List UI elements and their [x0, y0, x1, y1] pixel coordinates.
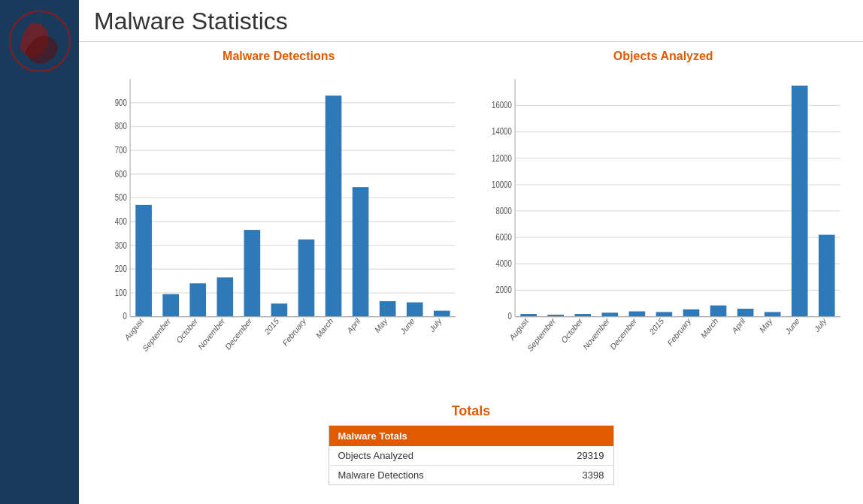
header: Malware Statistics: [79, 0, 863, 42]
svg-text:March: March: [699, 315, 719, 340]
totals-section: Totals Malware Totals Objects Analyzed29…: [94, 396, 848, 496]
main-content: Malware Statistics Malware Detections 01…: [79, 0, 863, 504]
objects-chart-title: Objects Analyzed: [613, 50, 713, 63]
svg-text:June: June: [783, 315, 800, 336]
svg-text:July: July: [813, 315, 828, 334]
svg-text:May: May: [374, 315, 389, 335]
objects-chart-area: 0200040006000800010000120001400016000Aug…: [479, 69, 849, 396]
svg-text:14000: 14000: [492, 126, 512, 136]
table-row: Objects Analyzed29319: [329, 446, 613, 466]
svg-text:February: February: [281, 315, 307, 348]
row-value: 29319: [527, 446, 613, 466]
svg-text:400: 400: [115, 216, 127, 226]
table-row: Malware Detections3398: [329, 466, 613, 485]
logo-icon: [6, 8, 74, 75]
svg-text:July: July: [428, 315, 443, 334]
svg-rect-37: [353, 187, 369, 316]
svg-text:100: 100: [115, 288, 127, 297]
svg-text:16000: 16000: [492, 100, 512, 110]
svg-text:March: March: [314, 315, 334, 340]
svg-text:December: December: [608, 315, 637, 352]
svg-text:0: 0: [507, 312, 511, 321]
svg-text:April: April: [346, 315, 362, 335]
svg-text:October: October: [175, 315, 199, 345]
detections-chart-title: Malware Detections: [223, 50, 335, 63]
objects-chart-svg: 0200040006000800010000120001400016000Aug…: [479, 69, 849, 396]
svg-rect-31: [271, 303, 288, 316]
page-title: Malware Statistics: [94, 8, 848, 35]
svg-text:500: 500: [115, 192, 127, 202]
svg-text:April: April: [730, 315, 746, 335]
detections-chart-svg: 0100200300400500600700800900AugustSeptem…: [94, 69, 464, 396]
svg-text:September: September: [141, 315, 172, 354]
svg-rect-25: [189, 283, 206, 316]
sidebar: [0, 0, 79, 504]
row-label: Malware Detections: [329, 466, 527, 485]
svg-text:2000: 2000: [495, 285, 511, 294]
svg-text:October: October: [559, 315, 583, 345]
charts-row: Malware Detections 010020030040050060070…: [94, 50, 848, 396]
totals-table: Malware Totals Objects Analyzed29319Malw…: [329, 425, 614, 485]
svg-rect-85: [791, 86, 807, 317]
svg-rect-29: [244, 230, 261, 316]
svg-text:12000: 12000: [492, 153, 512, 163]
detections-chart-area: 0100200300400500600700800900AugustSeptem…: [94, 69, 464, 396]
svg-text:6000: 6000: [495, 232, 511, 242]
svg-rect-23: [162, 294, 179, 316]
svg-text:November: November: [581, 315, 610, 352]
svg-rect-27: [217, 277, 233, 316]
svg-text:September: September: [525, 315, 556, 354]
svg-text:200: 200: [115, 264, 127, 273]
svg-text:June: June: [399, 315, 416, 336]
detections-chart-container: Malware Detections 010020030040050060070…: [94, 50, 464, 396]
svg-text:8000: 8000: [495, 206, 511, 216]
svg-text:2015: 2015: [263, 315, 280, 337]
svg-text:800: 800: [115, 121, 127, 131]
svg-text:February: February: [666, 315, 692, 348]
svg-text:300: 300: [115, 240, 127, 250]
svg-text:2015: 2015: [648, 315, 665, 337]
svg-text:900: 900: [115, 98, 127, 107]
svg-text:600: 600: [115, 169, 127, 179]
svg-text:10000: 10000: [492, 180, 512, 189]
svg-text:November: November: [197, 315, 226, 352]
row-value: 3398: [527, 466, 613, 485]
svg-rect-87: [818, 235, 834, 317]
objects-chart-container: Objects Analyzed 02000400060008000100001…: [479, 50, 849, 396]
svg-text:May: May: [758, 315, 774, 335]
totals-table-header: Malware Totals: [329, 426, 613, 447]
svg-rect-21: [135, 205, 152, 317]
totals-title: Totals: [452, 403, 491, 419]
svg-rect-33: [298, 240, 315, 317]
row-label: Objects Analyzed: [329, 446, 527, 466]
svg-rect-41: [407, 303, 423, 317]
svg-rect-79: [710, 306, 726, 317]
content-area: Malware Detections 010020030040050060070…: [79, 42, 863, 504]
svg-rect-39: [380, 301, 396, 317]
svg-text:0: 0: [123, 312, 126, 321]
svg-text:700: 700: [115, 145, 127, 155]
svg-text:December: December: [224, 315, 253, 352]
svg-text:4000: 4000: [495, 258, 511, 268]
svg-rect-81: [737, 309, 753, 317]
svg-rect-35: [326, 95, 342, 316]
